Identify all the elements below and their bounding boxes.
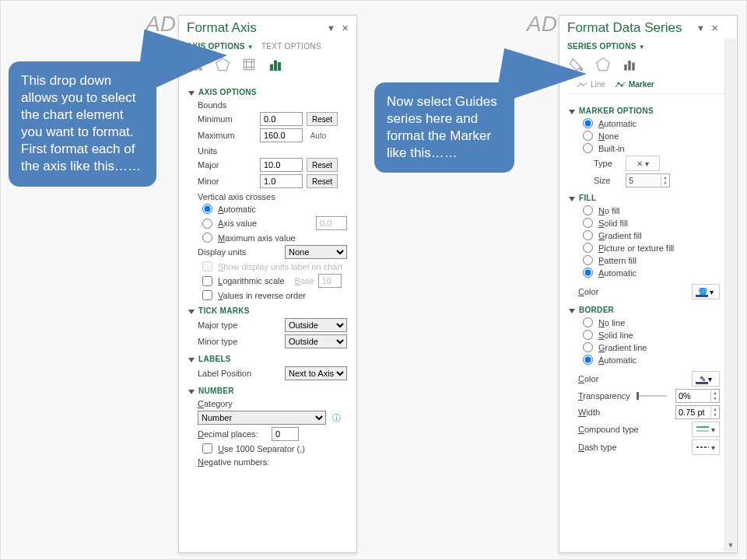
fill-color-label: Color [578,287,637,296]
subtab-marker[interactable]: Marker [615,80,654,89]
display-units-label: Display units [198,247,268,257]
minor-type-select[interactable]: Outside [285,334,347,348]
transparency-label: Transparency [578,391,633,401]
show-units-chk [202,261,212,271]
fill-gradient-radio[interactable] [583,230,593,240]
major-input[interactable] [260,158,303,172]
marker-auto-radio[interactable] [583,118,593,128]
panel-close-icon[interactable]: ✕ [710,23,720,33]
marker-type-select: ✕ ▾ [626,156,660,171]
marker-type-label: Type [594,159,617,168]
compound-button[interactable]: ▾ [692,422,720,437]
border-none-radio[interactable] [583,317,593,327]
dash-button[interactable]: ▾ [692,439,720,455]
border-color-button[interactable]: ✎▾ [692,371,720,387]
width-input[interactable] [676,408,710,417]
min-input[interactable] [260,112,303,126]
dash-label: Dash type [578,443,648,452]
section-number[interactable]: Number [188,387,347,395]
svg-rect-5 [278,63,280,71]
decimal-input[interactable] [272,427,299,441]
vac-value-input[interactable] [316,216,347,230]
callout-right: Now select Guides series here and format… [374,82,514,173]
section-border[interactable]: Border [569,306,720,314]
svg-point-12 [620,84,622,86]
fill-picture-radio[interactable] [583,243,593,253]
compound-label: Compound type [578,425,648,434]
border-solid-radio[interactable] [583,330,593,340]
thousand-chk[interactable] [202,443,212,453]
transparency-slider[interactable] [637,395,667,397]
vac-value-radio[interactable] [202,219,212,229]
info-icon[interactable]: ⓘ [332,412,341,424]
svg-rect-2 [244,59,254,69]
marker-builtin-radio[interactable] [583,143,593,153]
effects-icon[interactable] [595,57,611,74]
category-label: Category [198,399,347,408]
category-select[interactable]: Number [198,411,326,425]
callout-left: This drop down allows you to select the … [9,61,156,187]
base-input [318,274,342,288]
section-tick-marks[interactable]: Tick Marks [188,306,347,315]
bg-glyph-right: AD [527,12,557,37]
fill-auto-radio[interactable] [583,268,593,278]
section-marker-options[interactable]: Marker Options [569,107,720,115]
transparency-input[interactable] [676,391,710,401]
fill-solid-radio[interactable] [583,218,593,228]
vac-max-radio[interactable] [202,233,212,243]
axis-chart-icon[interactable] [268,57,283,74]
major-type-label: Major type [198,320,268,330]
border-color-label: Color [578,374,637,383]
panel-dropdown-icon[interactable]: ▼ [695,23,707,33]
scroll-down-icon[interactable]: ▼ [725,539,736,551]
min-label: Minimum [198,114,256,124]
vac-heading: Vertical axis crosses [198,192,347,201]
border-auto-radio[interactable] [583,355,593,365]
log-chk[interactable] [202,276,212,286]
svg-rect-4 [274,61,276,71]
svg-rect-8 [624,65,626,71]
negative-label: Negative numbers: [198,457,347,467]
tab-series-options[interactable]: Series Options▼ [567,42,645,51]
label-pos-label: Label Position [198,369,268,378]
min-reset[interactable]: Reset [307,112,338,126]
svg-rect-10 [632,63,634,71]
scrollbar[interactable]: ▼ [724,39,736,551]
vac-auto-radio[interactable] [202,204,212,214]
panel-close-icon[interactable]: ✕ [340,23,350,33]
format-data-series-panel: ▼ Format Data Series ▼ ✕ Series Options▼… [559,15,738,553]
minor-label: Minor [198,177,256,186]
major-label: Major [198,160,256,170]
panel-dropdown-icon[interactable]: ▼ [325,23,337,33]
minor-input[interactable] [260,174,303,188]
svg-rect-3 [270,65,272,71]
tab-text-options[interactable]: Text Options [261,42,321,51]
label-pos-select[interactable]: Next to Axis [285,366,347,380]
marker-size-label: Size [594,176,617,185]
display-units-select[interactable]: None [285,245,347,259]
minor-type-label: Minor type [198,337,268,346]
marker-size-input [626,176,661,185]
svg-point-11 [617,82,619,84]
major-reset[interactable]: Reset [307,158,338,172]
max-auto-label: Auto [307,131,330,140]
max-input[interactable] [260,128,303,142]
section-labels[interactable]: Labels [188,355,347,363]
minor-reset[interactable]: Reset [307,174,338,188]
fill-color-button[interactable]: 🪣▾ [692,284,720,299]
series-chart-icon[interactable] [622,57,637,74]
svg-rect-9 [628,61,630,71]
marker-none-radio[interactable] [583,131,593,141]
reverse-chk[interactable] [202,290,212,300]
section-fill[interactable]: Fill [569,194,720,202]
panel-title: Format Axis [187,20,257,36]
decimal-label: Decimal places: [198,429,268,439]
major-type-select[interactable]: Outside [285,318,347,332]
fill-none-radio[interactable] [583,205,593,215]
units-heading: Units [198,146,347,156]
size-icon[interactable] [241,57,257,74]
fill-pattern-radio[interactable] [583,255,593,265]
max-label: Maximum [198,131,256,140]
border-gradient-radio[interactable] [583,342,593,352]
width-label: Width [578,408,637,417]
